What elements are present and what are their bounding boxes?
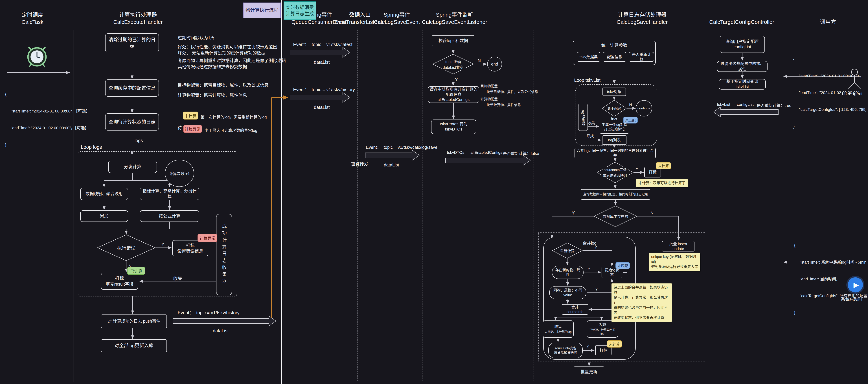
forward-label-left: 事件 xyxy=(351,161,356,167)
node-get-enabled-configs: 缓存中获取所有开启计算的配置信息 allEnabledConfigs xyxy=(428,86,479,103)
db-exists-label: 数据库中存在的 xyxy=(602,214,629,219)
push-event-topic: Event： topic = v1/tskv/history xyxy=(178,309,240,316)
lane-header-listener: Spring事件监听 CalcLogSaveEventListener xyxy=(422,11,487,26)
node-batch-update: 批量更新 xyxy=(574,366,604,377)
node-param-tskv-label: tskv数据集 xyxy=(580,54,598,59)
json-line: } xyxy=(5,142,90,148)
clock-icon xyxy=(28,47,46,67)
node-get-enabled-configs-l1: 缓存中获取所有开启计算的配置信息 xyxy=(430,87,477,97)
lane-header-caller: 调用方 xyxy=(820,19,836,26)
ctrl-out-3: 是否重新计算：true xyxy=(757,102,791,108)
lane-header-handler-en: CalcLogSaveHandler xyxy=(617,19,668,26)
node-clear-expired: 清除过期的已计算的日志 xyxy=(105,33,159,52)
node-query-tskvlist-label: 基于指定时间查询 tskvList xyxy=(721,79,764,89)
diamond-sourceinfo-1 xyxy=(597,162,633,183)
node-success-log-collector: 成功计算日志收集器 xyxy=(216,214,232,295)
json-line: "startTime": "2024-01-01 00:00:00", xyxy=(793,73,867,79)
node-sourceinfo-complete-l2: 或者是聚合映射 xyxy=(554,350,577,355)
node-formula-calc-label: 按公式计算 xyxy=(159,213,180,219)
node-new-attr: 存在新的物、属性 xyxy=(552,266,584,279)
listener-diamond-l1: topic正确 xyxy=(444,59,462,64)
badge-calculated: 已计算 xyxy=(127,267,145,275)
node-query-user-config: 查询用户指定配置 configList xyxy=(720,36,765,53)
src-diamond1-y: Y xyxy=(636,167,638,171)
node-batch-insert-label: 批量 insert update xyxy=(664,241,693,251)
exec-error-diamond-label: 执行错误 xyxy=(116,244,136,251)
event-arrow-latest xyxy=(290,47,350,57)
node-sourceinfo-complete: sourceInfo完备 或者是聚合映射 xyxy=(548,343,583,358)
node-mark-error-l2: 设置错误信息 xyxy=(177,248,203,254)
node-query-tskvlist: 基于指定时间查询 tskvList xyxy=(719,79,766,90)
node-get-enabled-configs-l2: allEnabledConfigs xyxy=(438,97,469,102)
badge-uncalculated: 未计算 xyxy=(183,112,198,119)
lane-header-save: Spring事件 CalcLogSaveEvent xyxy=(374,11,420,26)
note-merge-logic: 经过上面的合并逻辑，如果状态仍然 是已计算、计算异常，那么其再次计 算的结果也必… xyxy=(612,284,672,322)
exec-logs-label: logs xyxy=(134,138,143,143)
exec-note1-l3: 坏处： 无法重新计算过期的已计算成功的数据 xyxy=(178,50,266,56)
hit-config-n: N xyxy=(629,102,632,107)
lane-header-exec-zh: 计算执行处理器 xyxy=(113,11,162,19)
node-merge-log: 合并log：同一配置、同一时刻的日志对象进行合并 xyxy=(575,148,656,158)
node-query-config-cache: 查询缓存中的配置信息 xyxy=(105,80,159,96)
node-init-state-label: 初始化状态 xyxy=(603,268,621,277)
save-event-topic: Event： topic = v1/tskv/calc/log/save xyxy=(366,144,437,150)
node-accumulate-label: 累加 xyxy=(100,213,108,219)
exec-collect-label: 收集 xyxy=(173,275,182,281)
badge-uncalculated-3: 未计算 xyxy=(607,340,622,348)
node-query-db-logs: 查询数据库中相同配置、相同时刻的日志记录 xyxy=(581,189,650,200)
node-same-attr-label: 同物、属性；不同value xyxy=(551,288,584,297)
lane-header-controller-en: CalcTargetConfigController xyxy=(709,19,774,26)
handler-form-label: 形成 xyxy=(587,133,594,139)
listener-end-label: end xyxy=(490,62,499,67)
node-push-event: 对 计算成功的日志 push事件 xyxy=(101,315,167,328)
badge-unmatched-1: 未匹配 xyxy=(623,117,638,123)
history-event-topic: Event： topic = v1/tskv/history xyxy=(293,86,355,92)
startup-label: 系统启动时 xyxy=(841,296,863,302)
latest-event-datalist: dataList xyxy=(314,60,330,65)
node-query-db-logs-label: 查询数据库中相同配置、相同时刻的日志记录 xyxy=(583,192,648,197)
badge-calc-error: 计算异常 xyxy=(183,125,202,133)
diagram-canvas: 定时调度 CalcTask 计算执行处理器 CalcExecuteHandler… xyxy=(0,0,868,384)
node-param-config-label: 配置信息 xyxy=(607,54,622,59)
orange-event-link xyxy=(272,97,288,321)
node-gen-log-l2: 打上初始标记 xyxy=(604,127,625,131)
node-query-user-config-l2: configList xyxy=(734,45,751,50)
recalc-diamond-label: 重新计算 xyxy=(559,248,576,253)
task-params-json: { "startTime": "2024-01-01 00:00:00"，【可选… xyxy=(5,80,90,159)
recalc-y: Y xyxy=(594,245,597,249)
json-line: { xyxy=(5,91,90,97)
listener-note-l3: 计算物配置: xyxy=(480,96,499,101)
lane-header-exec: 计算执行处理器 CalcExecuteHandler xyxy=(113,11,162,26)
lane-header-handler: 计算日志存储处理器 CalcLogSaveHandler xyxy=(617,11,668,26)
event-arrow-push-history xyxy=(173,316,276,326)
node-merge-sourceinfo-label: 合并 sourceInfo xyxy=(564,305,586,314)
lane-header-task-en: CalcTask xyxy=(22,19,43,26)
node-collect-logs: 收集 未匹配、未计算的log xyxy=(542,321,574,337)
node-param-tskv: tskv数据集 xyxy=(577,52,600,62)
latest-event-topic: Event： topic = v1/tskv/latest xyxy=(293,41,352,47)
node-mark-1-label: 打标 xyxy=(649,170,657,175)
exec-pending-uncalc-desc: 第一次计算的log，需要重新计算的log xyxy=(200,114,267,119)
node-batch-insert: 批量 insert update xyxy=(662,241,694,252)
merge-container-label: 合并log xyxy=(583,240,596,246)
exec-note1-l1: 过期时间默认为1周 xyxy=(178,34,215,40)
node-filter-attrs: 过滤出这些配置中的物、属性 xyxy=(717,61,768,72)
legend-flow-realtime-l1: 实时数据消费 xyxy=(286,4,314,11)
play-icon: ▶ xyxy=(848,277,863,293)
exec-note2-l1: 目标物配置：携带目标物、属性，以及公式信息 xyxy=(178,82,269,88)
lane-header-task-zh: 定时调度 xyxy=(22,11,43,19)
lane-header-task: 定时调度 CalcTask xyxy=(22,11,43,26)
hit-config-label: 命中配置 xyxy=(606,106,622,111)
node-query-config-cache-label: 查询缓存中的配置信息 xyxy=(108,85,155,91)
lane-header-save-en: CalcLogSaveEvent xyxy=(374,19,420,26)
user-agent-label: user agent xyxy=(842,91,862,96)
node-query-user-config-l1: 查询用户指定配置 xyxy=(726,39,759,45)
node-log-list-label: log列表 xyxy=(608,138,621,143)
diamond-topic-valid xyxy=(433,54,473,74)
json-line: "startTime": "2024-01-01 00:00:00"，【可选】 xyxy=(5,108,90,114)
badge-calc-error-2: 计算异常 xyxy=(197,234,217,242)
continue-label: continue xyxy=(637,106,652,110)
listener-note-l4: 携带计算物、属性信息 xyxy=(487,102,521,107)
node-mark-done: 打标 填充result字段 xyxy=(101,273,138,290)
node-mark-done-l2: 填充result字段 xyxy=(105,281,133,287)
